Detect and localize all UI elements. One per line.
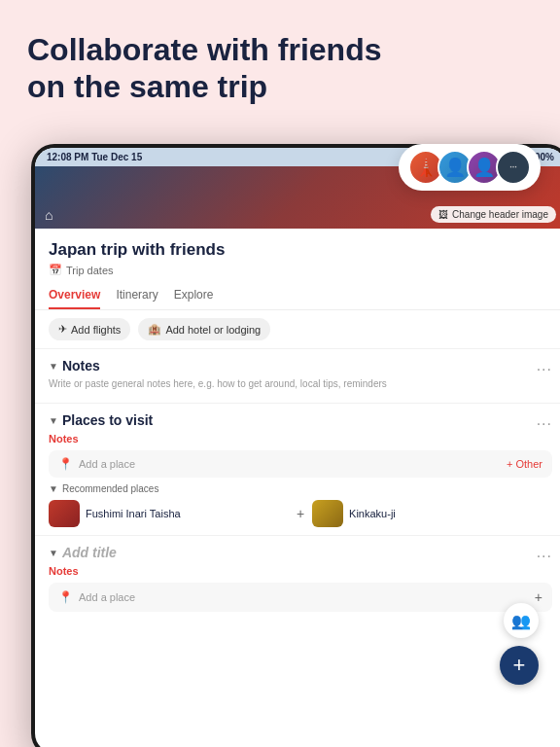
location-icon: 📍 xyxy=(58,457,73,471)
fushimi-thumbnail xyxy=(49,500,80,527)
collaborate-fab-button[interactable]: 👥 xyxy=(504,603,539,638)
avatar-4: ··· xyxy=(496,150,531,185)
action-buttons: ✈ Add flights 🏨 Add hotel or lodging xyxy=(35,310,560,348)
add-title-section-header: ▼ Add title ... xyxy=(49,544,552,561)
avatar-image-1: 🗼 xyxy=(415,157,437,178)
places-title-text: Places to visit xyxy=(62,412,153,428)
trip-dates-label: Trip dates xyxy=(66,265,114,276)
change-header-label: Change header image xyxy=(452,209,548,220)
status-time: 12:08 PM Tue Dec 15 xyxy=(47,152,142,162)
notes-placeholder: Write or paste general notes here, e.g. … xyxy=(49,378,552,389)
hero-title: Collaborate with friends on the same tri… xyxy=(27,31,533,106)
notes-chevron-icon: ▼ xyxy=(49,361,58,372)
add-place-plus-icon[interactable]: + xyxy=(297,506,304,521)
places-notes-label: Notes xyxy=(49,433,552,445)
trip-content: Japan trip with friends 📅 Trip dates Ove… xyxy=(35,229,560,656)
trip-header: Japan trip with friends 📅 Trip dates xyxy=(35,229,560,282)
notes-menu-button[interactable]: ... xyxy=(537,357,552,374)
flights-icon: ✈ xyxy=(58,323,67,336)
hero-section: Collaborate with friends on the same tri… xyxy=(0,0,560,125)
places-menu-button[interactable]: ... xyxy=(537,411,552,429)
places-title: ▼ Places to visit xyxy=(49,412,153,428)
device-screen: 12:08 PM Tue Dec 15 ▲ 🔋 100% ⌂ 🖼 Change … xyxy=(35,148,560,747)
device-frame: 12:08 PM Tue Dec 15 ▲ 🔋 100% ⌂ 🖼 Change … xyxy=(31,144,560,747)
places-section: ▼ Places to visit ... Notes 📍 Add a plac… xyxy=(35,403,560,535)
fab-area: 👥 + xyxy=(35,597,552,694)
notes-section-header: ▼ Notes ... xyxy=(49,357,552,374)
add-title-notes-label: Notes xyxy=(49,565,552,577)
add-place-input[interactable]: Add a place xyxy=(79,458,501,470)
tab-overview[interactable]: Overview xyxy=(49,282,100,309)
add-hotel-button[interactable]: 🏨 Add hotel or lodging xyxy=(138,318,270,340)
change-header-button[interactable]: 🖼 Change header image xyxy=(431,206,556,223)
recommended-label: Recommended places xyxy=(62,483,159,494)
trip-dates[interactable]: 📅 Trip dates xyxy=(49,264,552,276)
image-icon: 🖼 xyxy=(438,209,448,220)
places-row: Fushimi Inari Taisha + Kinkaku-ji xyxy=(49,500,552,527)
kinkaku-name: Kinkaku-ji xyxy=(349,508,396,519)
places-section-header: ▼ Places to visit ... xyxy=(49,411,552,429)
avatars-group[interactable]: 🗼 👤 👤 ··· xyxy=(399,144,541,191)
notes-title-text: Notes xyxy=(62,358,100,374)
add-flights-button[interactable]: ✈ Add flights xyxy=(49,318,130,340)
calendar-icon: 📅 xyxy=(49,264,62,276)
avatar-image-4: ··· xyxy=(509,162,517,172)
trip-title: Japan trip with friends xyxy=(49,240,552,260)
add-title-title: ▼ Add title xyxy=(49,545,117,560)
places-chevron-icon: ▼ xyxy=(49,415,58,426)
kinkaku-thumbnail xyxy=(312,500,343,527)
add-title-menu-button[interactable]: ... xyxy=(537,544,552,561)
fushimi-name: Fushimi Inari Taisha xyxy=(86,508,181,519)
other-button[interactable]: + Other xyxy=(507,458,542,470)
recommended-header: ▼ Recommended places xyxy=(49,483,552,494)
tabs-bar: Overview Itinerary Explore xyxy=(35,282,560,310)
add-title-text[interactable]: Add title xyxy=(62,545,117,560)
notes-section: ▼ Notes ... Write or paste general notes… xyxy=(35,348,560,403)
place-card-kinkaku[interactable]: Kinkaku-ji xyxy=(312,500,552,527)
tab-explore[interactable]: Explore xyxy=(174,282,214,309)
add-hotel-label: Add hotel or lodging xyxy=(165,324,261,336)
add-flights-label: Add flights xyxy=(71,324,121,336)
tab-itinerary[interactable]: Itinerary xyxy=(116,282,158,309)
home-icon[interactable]: ⌂ xyxy=(45,207,52,223)
add-fab-button[interactable]: + xyxy=(500,646,539,685)
avatar-image-2: 👤 xyxy=(444,157,466,178)
add-title-chevron-icon: ▼ xyxy=(49,548,58,558)
hotel-icon: 🏨 xyxy=(148,323,161,336)
place-card-fushimi[interactable]: Fushimi Inari Taisha xyxy=(49,500,289,527)
add-place-row[interactable]: 📍 Add a place + Other xyxy=(49,450,552,478)
notes-title: ▼ Notes xyxy=(49,358,100,374)
chevron-small-icon: ▼ xyxy=(49,483,58,494)
avatar-image-3: 👤 xyxy=(473,157,495,178)
